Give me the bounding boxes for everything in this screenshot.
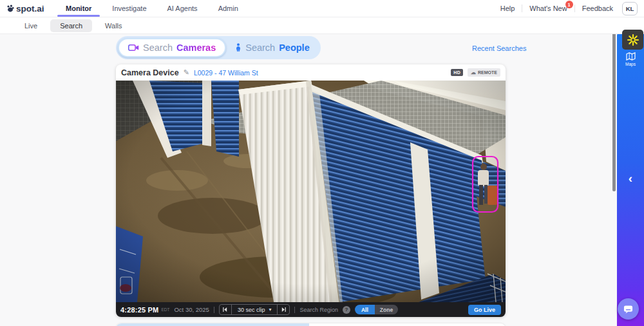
region-toggle: All Zone xyxy=(355,305,398,314)
player-bar: 4:28:25 PM EDT Oct 30, 2025 30 sec clip … xyxy=(116,302,506,317)
logo-text: spot.ai xyxy=(16,4,44,14)
search-cameras-label: Cameras xyxy=(176,43,216,53)
sub-nav: Live Search Walls xyxy=(0,17,644,34)
logo[interactable]: spot.ai xyxy=(6,4,48,14)
top-nav-right: Help What's New 1 Feedback KL xyxy=(500,2,638,15)
person-icon xyxy=(235,43,242,52)
cloud-icon: ☁ xyxy=(471,70,476,75)
nav-admin[interactable]: Admin xyxy=(208,0,249,17)
right-rail: Cameras Maps ‹ xyxy=(617,29,644,326)
search-people-toggle[interactable]: Search People xyxy=(226,38,319,57)
go-live-button[interactable]: Go Live xyxy=(468,305,501,315)
video-camera-icon xyxy=(128,44,139,52)
recent-searches-link[interactable]: Recent Searches xyxy=(472,44,526,52)
camera-video-frame[interactable] xyxy=(116,81,506,302)
nav-investigate[interactable]: Investigate xyxy=(102,0,156,17)
hd-badge: HD xyxy=(451,69,463,76)
search-people-label: People xyxy=(279,43,310,53)
help-circle-icon[interactable]: ? xyxy=(343,306,350,314)
search-mode-switch: Search Cameras Search People xyxy=(116,36,321,59)
timeline-card-peek[interactable] xyxy=(116,323,506,326)
notification-badge: 1 xyxy=(565,1,573,8)
camera-card-header: Camera Device ✎ L0029 - 47 William St HD… xyxy=(116,64,506,81)
tab-walls[interactable]: Walls xyxy=(105,22,122,30)
collapse-panel-chevron[interactable]: ‹ xyxy=(617,172,644,184)
rail-maps-tab[interactable]: Maps xyxy=(625,52,636,66)
whats-new-link[interactable]: What's New 1 xyxy=(529,5,567,12)
scrollbar-thumb[interactable] xyxy=(612,29,616,191)
search-region-label: Search Region xyxy=(299,307,338,313)
divider xyxy=(294,307,295,313)
clip-length-dropdown[interactable]: 30 sec clip ▾ xyxy=(232,307,278,313)
cursor-indicator xyxy=(622,30,643,50)
help-link[interactable]: Help xyxy=(500,5,515,12)
camera-location-link[interactable]: L0029 - 47 William St xyxy=(194,69,258,77)
camera-card: Camera Device ✎ L0029 - 47 William St HD… xyxy=(116,64,506,317)
skip-forward-icon xyxy=(281,307,287,312)
search-cameras-prefix: Search xyxy=(143,43,173,53)
skip-back-button[interactable] xyxy=(220,305,232,314)
divider xyxy=(574,5,575,12)
feedback-link[interactable]: Feedback xyxy=(582,5,613,12)
nav-monitor[interactable]: Monitor xyxy=(55,0,102,17)
user-avatar[interactable]: KL xyxy=(622,2,638,15)
logo-icon xyxy=(6,5,14,12)
edit-icon[interactable]: ✎ xyxy=(184,68,189,77)
caret-down-icon: ▾ xyxy=(269,307,271,312)
starburst-icon xyxy=(627,34,639,46)
playback-date[interactable]: Oct 30, 2025 xyxy=(174,306,209,313)
search-people-prefix: Search xyxy=(245,43,275,53)
tab-search[interactable]: Search xyxy=(50,19,92,32)
skip-back-icon xyxy=(222,307,228,312)
video-scene xyxy=(116,81,506,302)
divider xyxy=(214,307,214,313)
playback-time: 4:28:25 PM xyxy=(120,306,158,314)
skip-forward-button[interactable] xyxy=(277,305,289,314)
region-all-button[interactable]: All xyxy=(355,305,375,314)
timezone-label: EDT xyxy=(161,307,169,312)
remote-badge: ☁ REMOTE xyxy=(468,68,500,77)
tab-live[interactable]: Live xyxy=(24,22,37,30)
top-nav: spot.ai Monitor Investigate AI Agents Ad… xyxy=(0,0,644,17)
region-zone-button[interactable]: Zone xyxy=(375,305,398,314)
clip-controls: 30 sec clip ▾ xyxy=(219,304,290,315)
map-icon xyxy=(626,52,636,61)
nav-ai-agents[interactable]: AI Agents xyxy=(157,0,208,17)
camera-title: Camera Device xyxy=(121,68,179,77)
chat-icon xyxy=(623,305,633,314)
divider xyxy=(522,5,522,12)
search-cameras-toggle[interactable]: Search Cameras xyxy=(118,38,226,57)
main-tabs: Monitor Investigate AI Agents Admin xyxy=(55,0,249,17)
chat-launcher[interactable] xyxy=(618,298,639,320)
timeline-selection xyxy=(116,323,309,326)
